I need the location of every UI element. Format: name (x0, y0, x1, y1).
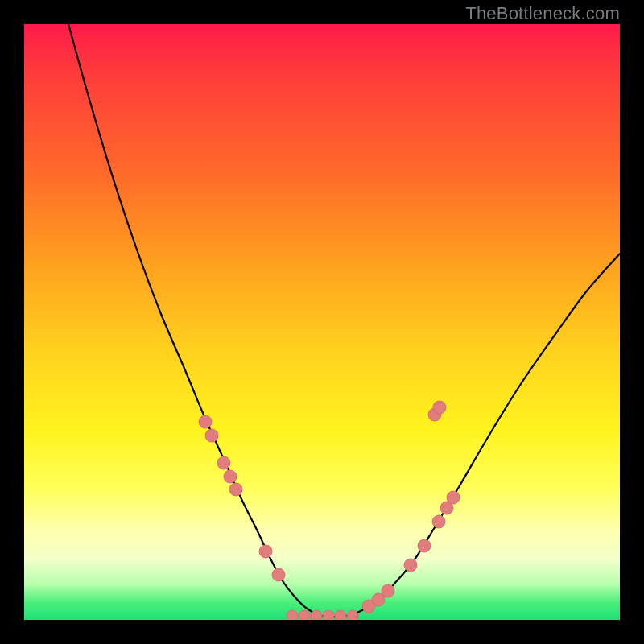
data-dot (259, 545, 272, 558)
data-dot (299, 610, 310, 620)
bottleneck-curve (68, 24, 620, 617)
data-dot (335, 610, 346, 620)
plot-area (24, 24, 620, 620)
data-dot (382, 584, 394, 597)
data-dot (311, 610, 322, 620)
data-dot (205, 429, 218, 442)
data-dot (432, 515, 445, 528)
data-dot (217, 456, 230, 469)
data-dot (447, 491, 460, 504)
chart-frame: TheBottleneck.com (0, 0, 644, 644)
data-dot (199, 415, 212, 428)
data-dot (433, 401, 446, 414)
data-dot (287, 610, 298, 620)
data-dot (229, 483, 242, 496)
data-dot (272, 568, 285, 581)
watermark-text: TheBottleneck.com (465, 3, 620, 24)
data-dot (404, 559, 417, 572)
data-dot (323, 610, 334, 620)
data-dot (224, 470, 237, 483)
bottleneck-curve-svg (24, 24, 620, 620)
data-dots (199, 401, 460, 620)
data-dot (418, 539, 431, 552)
data-dot (347, 610, 358, 620)
